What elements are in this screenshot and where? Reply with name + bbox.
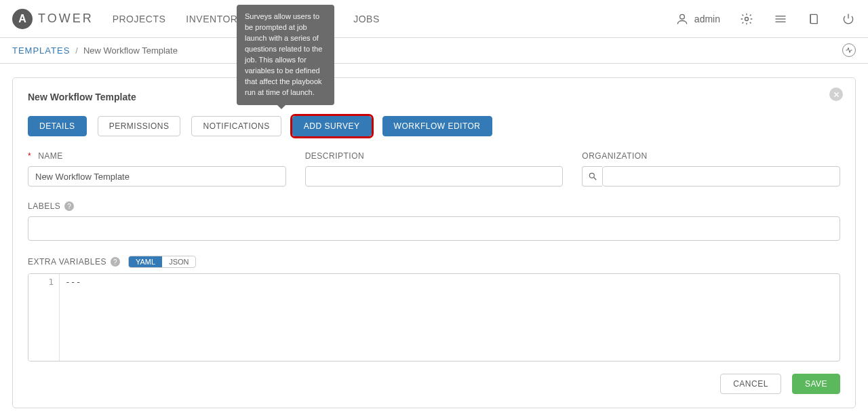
nav-right: admin — [675, 12, 856, 26]
nav-jobs[interactable]: JOBS — [353, 14, 380, 24]
settings-icon[interactable] — [739, 12, 754, 26]
breadcrumb-current: New Workflow Template — [83, 45, 178, 56]
description-input[interactable] — [305, 166, 564, 187]
extra-vars-editor[interactable]: 1 --- — [28, 273, 840, 361]
add-survey-button[interactable]: ADD SURVEY — [292, 116, 372, 136]
organization-label: ORGANIZATION — [582, 151, 647, 161]
tab-details[interactable]: DETAILS — [28, 116, 87, 136]
form-footer: CANCEL SAVE — [28, 374, 840, 394]
user-chip[interactable]: admin — [675, 12, 720, 26]
vars-format-toggle: YAML JSON — [128, 256, 196, 268]
field-description: DESCRIPTION — [305, 151, 564, 187]
labels-input[interactable] — [28, 216, 840, 241]
svg-point-1 — [745, 17, 749, 20]
field-labels: LABELS ? — [28, 201, 840, 241]
user-name: admin — [694, 14, 720, 24]
tab-notifications[interactable]: NOTIFICATIONS — [191, 116, 281, 136]
tooltip-add-survey: Surveys allow users to be prompted at jo… — [237, 5, 334, 105]
required-star: * — [28, 151, 31, 161]
activity-stream-icon[interactable] — [842, 43, 856, 57]
panel-close-button[interactable] — [829, 87, 843, 101]
editor-content[interactable]: --- — [60, 274, 86, 361]
labels-label: LABELS — [28, 201, 60, 211]
top-navbar: A TOWER PROJECTS INVENTORIES TEMPLATES J… — [0, 0, 868, 38]
organization-lookup-button[interactable] — [582, 166, 602, 187]
description-label: DESCRIPTION — [305, 151, 365, 161]
editor-gutter: 1 — [28, 274, 60, 361]
workflow-template-panel: New Workflow Template DETAILS PERMISSION… — [12, 77, 856, 408]
breadcrumb-root[interactable]: TEMPLATES — [12, 45, 70, 56]
svg-point-7 — [589, 173, 594, 178]
extra-vars-help-icon[interactable]: ? — [111, 257, 120, 267]
brand-name: TOWER — [38, 12, 94, 26]
main-nav: PROJECTS INVENTORIES TEMPLATES JOBS — [113, 14, 675, 24]
organization-input[interactable] — [602, 166, 840, 187]
power-icon[interactable] — [841, 12, 856, 26]
toggle-yaml[interactable]: YAML — [129, 256, 162, 267]
field-name: * NAME — [28, 151, 286, 187]
cancel-button[interactable]: CANCEL — [720, 374, 781, 394]
breadcrumb-sep: / — [75, 45, 78, 56]
docs-icon[interactable] — [807, 12, 822, 26]
field-organization: ORGANIZATION — [582, 151, 840, 187]
brand[interactable]: A TOWER — [12, 9, 94, 29]
svg-line-8 — [594, 178, 597, 180]
save-button[interactable]: SAVE — [792, 374, 840, 394]
search-icon — [588, 172, 597, 181]
labels-help-icon[interactable]: ? — [64, 201, 74, 211]
brand-logo: A — [12, 9, 33, 29]
toggle-json[interactable]: JSON — [162, 256, 195, 267]
name-label: NAME — [38, 151, 63, 161]
tab-permissions[interactable]: PERMISSIONS — [98, 116, 181, 136]
user-icon — [675, 12, 689, 26]
menu-icon[interactable] — [773, 12, 788, 26]
field-extra-variables: EXTRA VARIABLES ? YAML JSON 1 --- — [28, 256, 840, 361]
breadcrumb: TEMPLATES / New Workflow Template — [0, 38, 868, 64]
svg-point-0 — [680, 14, 685, 19]
tab-row: DETAILS PERMISSIONS NOTIFICATIONS ADD SU… — [28, 116, 840, 136]
panel-title: New Workflow Template — [28, 92, 840, 102]
nav-projects[interactable]: PROJECTS — [113, 14, 166, 24]
extra-vars-label: EXTRA VARIABLES — [28, 257, 106, 267]
name-input[interactable] — [28, 166, 286, 187]
workflow-editor-button[interactable]: WORKFLOW EDITOR — [382, 116, 492, 136]
